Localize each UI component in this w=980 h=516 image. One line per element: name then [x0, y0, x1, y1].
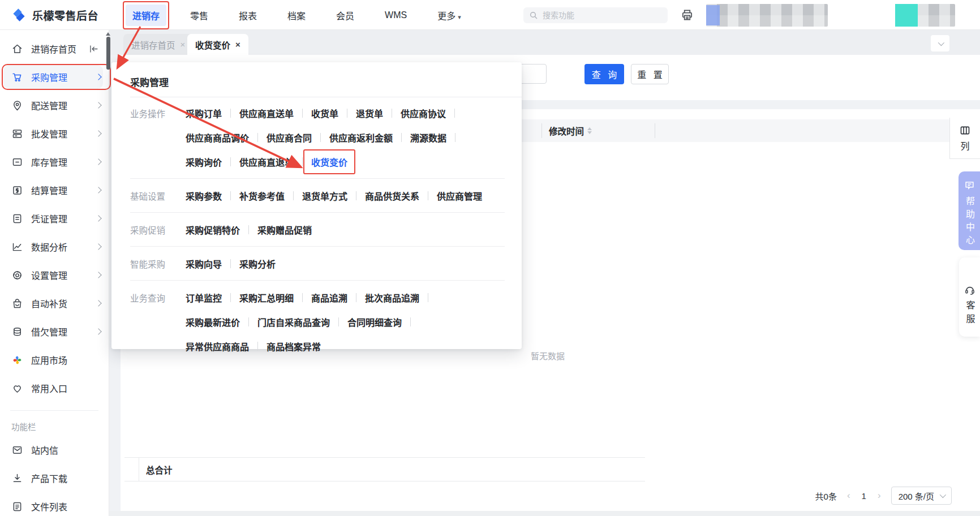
column-settings-toggle[interactable]: 列 [949, 118, 980, 159]
sidebar-item-进销存首页[interactable]: 进销存首页 [0, 35, 109, 63]
menu-section-label: 采购促销 [130, 217, 186, 242]
menu-item-采购询价[interactable]: 采购询价 [186, 155, 222, 169]
menu-item-收货变价[interactable]: 收货变价 [311, 155, 347, 169]
sidebar-section-label: 功能栏 [0, 416, 109, 436]
menu-section-label: 基础设置 [130, 183, 186, 208]
menu-item-采购赠品促销[interactable]: 采购赠品促销 [257, 223, 312, 236]
menu-item-采购参数[interactable]: 采购参数 [186, 189, 222, 203]
printer-icon[interactable] [681, 8, 694, 24]
menu-item-供应商管理[interactable]: 供应商管理 [437, 189, 482, 203]
sidebar-item-自动补货[interactable]: 自动补货 [0, 289, 109, 317]
nav-item-档案[interactable]: 档案 [281, 5, 312, 26]
menu-item-商品追溯[interactable]: 商品追溯 [311, 291, 347, 304]
menu-item-采购最新进价[interactable]: 采购最新进价 [186, 315, 240, 329]
menu-item-供应商直退单[interactable]: 供应商直退单 [239, 155, 294, 169]
scrollbar-thumb[interactable] [106, 37, 110, 70]
app-logo: 乐檬零售后台 [11, 7, 98, 23]
sidebar-item-label: 采购管理 [31, 70, 96, 84]
menu-item-收货单[interactable]: 收货单 [311, 106, 338, 120]
customer-service-button[interactable]: 客服 [959, 257, 980, 337]
help-center-button[interactable]: 帮助中心 [958, 171, 980, 250]
sidebar-divider [10, 410, 98, 411]
tab-close-icon[interactable]: × [180, 40, 186, 49]
menu-item-批次商品追溯[interactable]: 批次商品追溯 [365, 291, 419, 304]
menu-item-商品供货关系[interactable]: 商品供货关系 [365, 189, 419, 203]
sidebar-item-常用入口[interactable]: 常用入口 [0, 374, 109, 402]
menu-item-合同明细查询[interactable]: 合同明细查询 [347, 315, 402, 329]
tab-收货变价[interactable]: 收货变价× [187, 34, 248, 55]
menu-item-采购订单[interactable]: 采购订单 [186, 106, 222, 120]
global-search[interactable] [523, 7, 668, 23]
search-input[interactable] [543, 11, 650, 20]
sidebar-scrollbar[interactable] [105, 32, 111, 100]
sidebar-item-文件列表[interactable]: 文件列表 [0, 492, 109, 516]
sidebar-item-产品下载[interactable]: 产品下载 [0, 464, 109, 492]
item-divider [455, 133, 455, 142]
menu-item-供应商协议[interactable]: 供应商协议 [401, 106, 446, 120]
sort-icon[interactable] [587, 127, 592, 134]
item-divider [302, 293, 303, 302]
sidebar-item-采购管理[interactable]: 采购管理 [0, 63, 109, 91]
menu-item-采购汇总明细[interactable]: 采购汇总明细 [239, 291, 294, 304]
home-icon [11, 42, 24, 55]
menu-item-门店自采商品查询[interactable]: 门店自采商品查询 [257, 315, 330, 329]
sidebar-item-批发管理[interactable]: 批发管理 [0, 119, 109, 148]
column-header-modified-time[interactable]: 修改时间 [549, 119, 592, 142]
reset-button[interactable]: 重 置 [631, 64, 669, 84]
tab-进销存首页[interactable]: 进销存首页× [123, 34, 193, 55]
sidebar-item-站内信[interactable]: 站内信 [0, 436, 109, 464]
collapse-sidebar-icon[interactable] [88, 42, 101, 55]
redacted-store-badge [895, 4, 918, 27]
menu-item-采购向导[interactable]: 采购向导 [186, 257, 222, 270]
tab-list-button[interactable] [931, 35, 949, 51]
item-divider [293, 191, 294, 200]
sidebar-item-label: 库存管理 [31, 155, 96, 169]
nav-item-WMS[interactable]: WMS [378, 6, 414, 24]
pagination-current-page[interactable]: 1 [861, 491, 867, 501]
menu-item-供应商商品调价[interactable]: 供应商商品调价 [186, 131, 249, 144]
sidebar-item-应用市场[interactable]: 应用市场 [0, 346, 109, 374]
menu-item-溯源数据[interactable]: 溯源数据 [410, 131, 446, 144]
chevron-right-icon [95, 272, 101, 278]
nav-item-报表[interactable]: 报表 [232, 5, 264, 26]
item-divider [410, 317, 411, 326]
sidebar-item-label: 设置管理 [31, 268, 96, 282]
mega-menu-title: 采购管理 [111, 70, 522, 97]
menu-row: 采购最新进价门店自采商品查询合同明细查询 [186, 309, 437, 334]
menu-item-商品档案异常[interactable]: 商品档案异常 [267, 339, 321, 353]
menu-item-采购促销特价[interactable]: 采购促销特价 [186, 223, 240, 236]
page-size-value: 200 条/页 [899, 490, 934, 502]
menu-item-供应商合同[interactable]: 供应商合同 [267, 131, 312, 144]
pagination-prev-button[interactable]: ‹ [845, 490, 853, 501]
menu-item-订单监控[interactable]: 订单监控 [186, 291, 222, 304]
sidebar-item-借欠管理[interactable]: 借欠管理 [0, 317, 109, 346]
nav-item-零售[interactable]: 零售 [183, 5, 215, 26]
menu-item-退货单方式[interactable]: 退货单方式 [302, 189, 347, 203]
redacted-store-name [918, 4, 955, 27]
menu-item-补货参考值[interactable]: 补货参考值 [239, 189, 285, 203]
menu-item-采购分析[interactable]: 采购分析 [239, 257, 276, 270]
sidebar-item-结算管理[interactable]: 结算管理 [0, 176, 109, 204]
horizontal-scrollbar-track[interactable] [109, 511, 980, 516]
menu-item-退货单[interactable]: 退货单 [356, 106, 383, 120]
menu-item-异常供应商商品[interactable]: 异常供应商商品 [186, 339, 249, 353]
menu-item-供应商直送单[interactable]: 供应商直送单 [239, 106, 294, 120]
nav-item-更多[interactable]: 更多▾ [431, 5, 468, 26]
sidebar-item-label: 借欠管理 [31, 325, 96, 338]
sidebar-item-数据分析[interactable]: 数据分析 [0, 233, 109, 261]
sidebar-item-配送管理[interactable]: 配送管理 [0, 91, 109, 119]
mail-icon [11, 444, 24, 456]
sidebar: 进销存首页采购管理配送管理批发管理库存管理结算管理凭证管理数据分析设置管理自动补… [0, 30, 109, 516]
sidebar-item-设置管理[interactable]: 设置管理 [0, 261, 109, 289]
page-size-select[interactable]: 200 条/页 [891, 487, 952, 505]
nav-item-进销存[interactable]: 进销存 [126, 5, 166, 26]
query-button[interactable]: 查 询 [584, 64, 624, 84]
sidebar-item-凭证管理[interactable]: 凭证管理 [0, 204, 109, 233]
menu-item-供应商返利金额[interactable]: 供应商返利金额 [329, 131, 393, 144]
tab-close-icon[interactable]: × [235, 40, 240, 49]
nav-item-会员[interactable]: 会员 [329, 5, 361, 26]
sidebar-item-库存管理[interactable]: 库存管理 [0, 148, 109, 176]
pagination-next-button[interactable]: › [875, 490, 883, 501]
chevron-right-icon [95, 328, 101, 334]
scrollbar-up-arrow[interactable] [106, 32, 110, 36]
